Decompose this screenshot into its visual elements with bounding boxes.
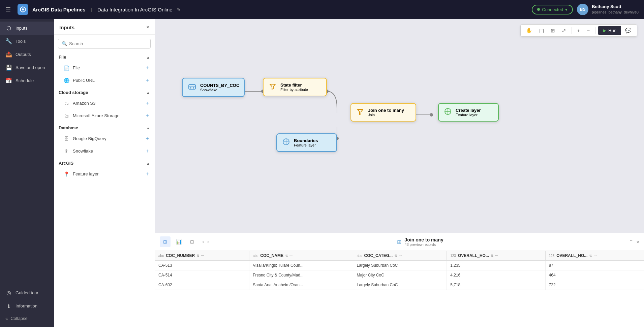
col-header-overall-ho-1[interactable]: 123 OVERALL_HO... ⇅ ··· — [447, 251, 545, 261]
input-item-file[interactable]: 📄 File ＋ — [54, 62, 155, 74]
cell-coc-number-1: CA-514 — [155, 270, 249, 280]
col-sort-overall-ho-1[interactable]: ⇅ — [491, 254, 493, 258]
input-item-azure-label: Microsoft Azure Storage — [73, 113, 120, 118]
inputs-icon: ⬡ — [5, 25, 12, 31]
cloud-section-header[interactable]: Cloud storage ▲ — [54, 87, 155, 97]
cell-overall-ho-2-0: 87 — [545, 261, 644, 270]
sidebar-label-schedule: Schedule — [16, 78, 34, 83]
node-snowflake[interactable]: COUNTS_BY_COC Snowflake — [182, 78, 245, 97]
run-button[interactable]: ▶ Run — [598, 26, 621, 35]
cell-overall-ho-2-2: 722 — [545, 280, 644, 290]
col-menu-coc-number[interactable]: ··· — [201, 254, 204, 258]
join-node-subtitle: Join — [368, 113, 404, 117]
select-tool-button[interactable]: ⬚ — [536, 26, 547, 35]
sidebar-item-inputs[interactable]: ⬡ Inputs — [0, 22, 54, 35]
node-filter[interactable]: State filter Filter by attribute — [263, 78, 327, 96]
input-item-amazon-s3[interactable]: 🗂 Amazon S3 ＋ — [54, 97, 155, 109]
col-type-coc-name: abc — [253, 254, 258, 258]
connected-button[interactable]: Connected ▾ — [532, 5, 573, 14]
col-header-coc-name[interactable]: abc COC_NAME ⇅ ··· — [249, 251, 353, 261]
input-item-azure[interactable]: 🗂 Microsoft Azure Storage ＋ — [54, 109, 155, 122]
input-item-feature-layer[interactable]: 📍 Feature layer ＋ — [54, 168, 155, 180]
layout-button[interactable]: ⊞ — [548, 26, 558, 35]
user-avatar[interactable]: BS — [577, 4, 588, 15]
boundaries-node-title: Boundaries — [294, 138, 318, 143]
cell-overall-ho-1-0: 1,235 — [447, 261, 545, 270]
filter-node-subtitle: Filter by attribute — [280, 88, 308, 92]
azure-add-button[interactable]: ＋ — [145, 112, 150, 119]
node-join[interactable]: Join one to many Join — [350, 103, 416, 122]
sidebar-item-schedule[interactable]: 📅 Schedule — [0, 74, 54, 87]
input-item-snowflake[interactable]: 🗄 Snowflake ＋ — [54, 145, 155, 157]
input-item-bigquery[interactable]: 🗄 Google BigQuery ＋ — [54, 132, 155, 145]
amazon-s3-add-button[interactable]: ＋ — [145, 100, 150, 107]
view-tab-network[interactable]: ⊟ — [187, 236, 197, 247]
amazon-s3-icon: 🗂 — [63, 101, 69, 106]
col-menu-overall-ho-2[interactable]: ··· — [593, 254, 596, 258]
sidebar-item-outputs[interactable]: 📤 Outputs — [0, 48, 54, 61]
fit-button[interactable]: ⤢ — [559, 26, 569, 35]
col-sort-coc-name[interactable]: ⇅ — [285, 254, 288, 258]
sidebar-item-tools[interactable]: 🔧 Tools — [0, 35, 54, 48]
public-url-add-button[interactable]: ＋ — [145, 77, 150, 84]
feature-layer-add-button[interactable]: ＋ — [145, 170, 150, 177]
arcgis-section-header[interactable]: ArcGIS ▲ — [54, 157, 155, 168]
input-item-bigquery-label: Google BigQuery — [73, 136, 106, 141]
file-section-header[interactable]: File ▲ — [54, 51, 155, 62]
sidebar-label-inputs: Inputs — [16, 26, 27, 31]
cloud-section-chevron-icon: ▲ — [146, 91, 150, 95]
snowflake-node-title: COUNTS_BY_COC — [200, 83, 239, 88]
svg-rect-10 — [189, 85, 195, 89]
bottom-panel-close-button[interactable]: × — [636, 239, 639, 245]
view-tab-expand[interactable]: ⟷ — [200, 236, 211, 247]
col-menu-overall-ho-1[interactable]: ··· — [495, 254, 498, 258]
save-icon: 💾 — [5, 64, 12, 71]
cell-overall-ho-1-1: 4,216 — [447, 270, 545, 280]
snowflake-add-button[interactable]: ＋ — [145, 148, 150, 155]
col-sort-coc-categ[interactable]: ⇅ — [394, 254, 397, 258]
chat-button[interactable]: 💬 — [622, 26, 634, 35]
input-item-public-url[interactable]: 🌐 Public URL ＋ — [54, 74, 155, 87]
zoom-in-button[interactable]: + — [575, 26, 583, 35]
pointer-tool-button[interactable]: ✋ — [523, 26, 535, 35]
cell-coc-categ-0: Largely Suburban CoC — [353, 261, 447, 270]
col-menu-coc-categ[interactable]: ··· — [399, 254, 402, 258]
bigquery-add-button[interactable]: ＋ — [145, 135, 150, 142]
col-sort-overall-ho-2[interactable]: ⇅ — [589, 254, 592, 258]
database-section-header[interactable]: Database ▲ — [54, 122, 155, 132]
menu-icon[interactable]: ☰ — [5, 6, 11, 13]
left-sidebar: ⬡ Inputs 🔧 Tools 📤 Outputs 💾 Save and op… — [0, 19, 54, 327]
col-header-coc-categ[interactable]: abc COC_CATEG... ⇅ ··· — [353, 251, 447, 261]
public-url-icon: 🌐 — [63, 78, 69, 83]
view-tab-table[interactable]: ⊞ — [160, 236, 171, 247]
create-layer-node-subtitle: Feature layer — [456, 113, 481, 117]
node-boundaries[interactable]: Boundaries Feature layer — [276, 133, 337, 152]
node-create-layer[interactable]: Create layer Feature layer — [438, 103, 499, 122]
file-add-button[interactable]: ＋ — [145, 64, 150, 71]
feature-layer-icon: 📍 — [63, 171, 69, 177]
canvas-area: ✋ ⬚ ⊞ ⤢ + − ▶ Run 💬 — [155, 19, 644, 327]
inputs-close-button[interactable]: × — [146, 24, 149, 30]
pipeline-canvas[interactable]: COUNTS_BY_COC Snowflake State filter Fil… — [155, 19, 644, 233]
zoom-out-button[interactable]: − — [584, 26, 592, 35]
search-input[interactable] — [69, 41, 147, 46]
topbar-divider: | — [91, 7, 92, 12]
collapse-sidebar[interactable]: « Collapse — [0, 313, 54, 324]
col-header-overall-ho-2[interactable]: 123 OVERALL_HO... ⇅ ··· — [545, 251, 644, 261]
bottom-panel-header: ⊞ 📊 ⊟ ⟷ ⊞ Join one to many 43 preview re… — [155, 233, 644, 251]
edit-pipeline-icon[interactable]: ✎ — [177, 7, 181, 12]
col-menu-coc-name[interactable]: ··· — [289, 254, 293, 258]
sidebar-item-tour[interactable]: ◎ Guided tour — [0, 286, 54, 299]
col-header-coc-number[interactable]: abc COC_NUMBER ⇅ ··· — [155, 251, 249, 261]
sidebar-item-information[interactable]: ℹ Information — [0, 299, 54, 313]
col-sort-coc-number[interactable]: ⇅ — [196, 254, 199, 258]
bottom-panel-collapse-button[interactable]: ⌃ — [629, 239, 634, 245]
bigquery-icon: 🗄 — [63, 136, 69, 141]
sidebar-item-save[interactable]: 💾 Save and open — [0, 61, 54, 74]
canvas-toolbar: ✋ ⬚ ⊞ ⤢ + − ▶ Run 💬 — [520, 24, 637, 37]
svg-point-1 — [22, 8, 24, 10]
view-tab-chart[interactable]: 📊 — [173, 236, 184, 247]
join-node-icon — [356, 107, 365, 118]
topbar: ☰ ArcGIS Data Pipelines | Data Integrati… — [0, 0, 644, 19]
cell-coc-number-2: CA-602 — [155, 280, 249, 290]
